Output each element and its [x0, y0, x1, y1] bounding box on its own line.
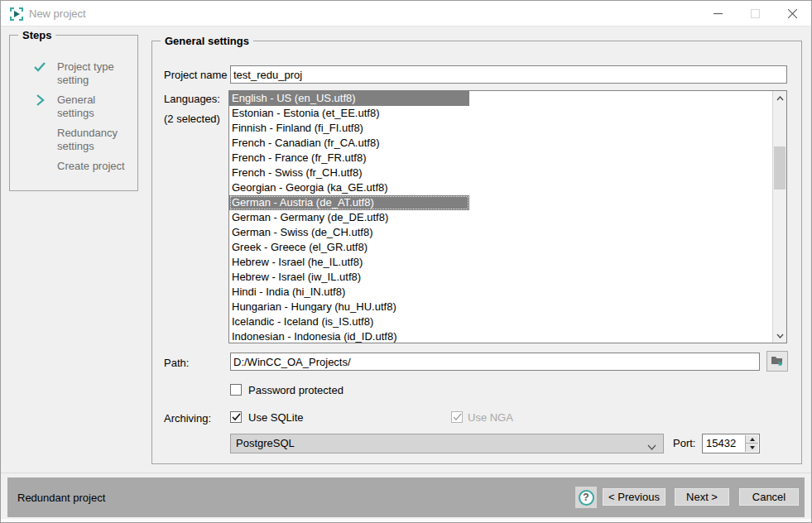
language-option[interactable]: Hebrew - Israel (he_IL.utf8) — [229, 255, 772, 270]
database-dropdown-value: PostgreSQL — [236, 437, 295, 449]
close-button[interactable] — [774, 1, 811, 26]
maximize-button[interactable] — [737, 1, 774, 26]
languages-listbox[interactable]: English - US (en_US.utf8)Estonian - Esto… — [228, 90, 787, 343]
language-option[interactable]: Hindi - India (hi_IN.utf8) — [229, 285, 772, 300]
footer: Redundant project ? < Previous Next > Ca… — [1, 473, 811, 523]
languages-rows: English - US (en_US.utf8)Estonian - Esto… — [229, 91, 772, 343]
path-input[interactable] — [230, 353, 760, 371]
step-label: Project type setting — [57, 60, 133, 87]
language-option[interactable]: Estonian - Estonia (et_EE.utf8) — [229, 106, 772, 121]
use-sqlite-label: Use SQLite — [248, 411, 303, 424]
language-option[interactable]: German - Swiss (de_CH.utf8) — [229, 225, 772, 240]
language-option[interactable]: Greek - Greece (el_GR.utf8) — [229, 240, 772, 255]
step-label: Redundancy settings — [57, 127, 133, 153]
language-option[interactable]: German - Germany (de_DE.utf8) — [229, 210, 772, 225]
screen-edge-strip — [1, 519, 811, 522]
use-nga-label: Use NGA — [468, 411, 513, 424]
step-general-settings: General settings — [33, 94, 133, 120]
step-project-type-setting: Project type setting — [33, 60, 133, 87]
wincc-oa-logo-icon — [10, 7, 23, 21]
step-redundancy-settings: Redundancy settings — [33, 127, 133, 153]
port-label: Port: — [673, 437, 695, 449]
project-mode-status: Redundant project — [17, 492, 105, 504]
steps-title: Steps — [18, 29, 55, 41]
step-complete-check-icon — [33, 60, 46, 74]
new-project-dialog: New project Steps Project type setting G… — [0, 0, 812, 523]
use-nga-checkbox — [451, 411, 463, 423]
folder-browse-icon — [771, 354, 785, 369]
password-protected-label: Password protected — [248, 384, 344, 396]
languages-selected-count: (2 selected) — [164, 113, 220, 125]
port-spinbox[interactable]: 15432 — [702, 434, 760, 453]
port-spin-buttons — [745, 435, 758, 452]
language-option[interactable]: Icelandic - Iceland (is_IS.utf8) — [229, 314, 772, 329]
next-button[interactable]: Next > — [675, 488, 729, 506]
general-settings-panel: General settings Project name Languages:… — [151, 41, 802, 464]
language-option[interactable]: Georgian - Georgia (ka_GE.utf8) — [229, 180, 772, 195]
language-option[interactable]: Finnish - Finland (fi_FI.utf8) — [229, 121, 772, 136]
database-dropdown[interactable]: PostgreSQL — [230, 434, 664, 453]
general-settings-title: General settings — [161, 35, 253, 47]
spin-up-icon[interactable] — [746, 435, 758, 444]
minimize-button[interactable] — [699, 1, 737, 26]
previous-button[interactable]: < Previous — [603, 488, 665, 506]
path-label: Path: — [164, 357, 189, 369]
step-create-project: Create project — [33, 160, 133, 173]
language-option[interactable]: Indonesian - Indonesia (id_ID.utf8) — [229, 329, 772, 343]
step-label: General settings — [57, 94, 133, 120]
step-label: Create project — [57, 160, 133, 173]
project-name-label: Project name — [164, 69, 228, 81]
port-value: 15432 — [706, 437, 736, 449]
archiving-label: Archiving: — [164, 412, 211, 425]
step-current-chevron-icon — [33, 94, 46, 107]
scroll-down-icon[interactable] — [773, 329, 786, 343]
use-sqlite-checkbox[interactable] — [230, 411, 242, 423]
spin-down-icon[interactable] — [746, 444, 758, 452]
scroll-up-icon[interactable] — [773, 91, 786, 105]
language-option[interactable]: Hebrew - Israel (iw_IL.utf8) — [229, 270, 772, 285]
language-option[interactable]: English - US (en_US.utf8) — [229, 91, 772, 106]
languages-label: Languages: — [164, 93, 220, 105]
window-title: New project — [29, 7, 86, 20]
cancel-button[interactable]: Cancel — [739, 488, 799, 506]
project-name-input[interactable] — [230, 65, 787, 84]
browse-folder-button[interactable] — [766, 351, 788, 372]
language-option[interactable]: French - Canadian (fr_CA.utf8) — [229, 136, 772, 151]
language-option[interactable]: French - France (fr_FR.utf8) — [229, 151, 772, 166]
scrollbar-thumb[interactable] — [774, 146, 786, 190]
language-option[interactable]: German - Austria (de_AT.utf8) — [229, 195, 772, 210]
chevron-down-icon — [647, 438, 656, 456]
steps-panel: Steps Project type setting General setti… — [9, 35, 138, 191]
language-option[interactable]: French - Swiss (fr_CH.utf8) — [229, 166, 772, 180]
title-bar: New project — [1, 1, 811, 26]
languages-scrollbar[interactable] — [772, 91, 786, 343]
help-button[interactable]: ? — [575, 487, 597, 508]
language-option[interactable]: Hungarian - Hungary (hu_HU.utf8) — [229, 300, 772, 314]
footer-bar: Redundant project ? < Previous Next > Ca… — [7, 477, 805, 517]
help-icon: ? — [579, 490, 594, 506]
password-protected-checkbox[interactable] — [230, 384, 242, 396]
